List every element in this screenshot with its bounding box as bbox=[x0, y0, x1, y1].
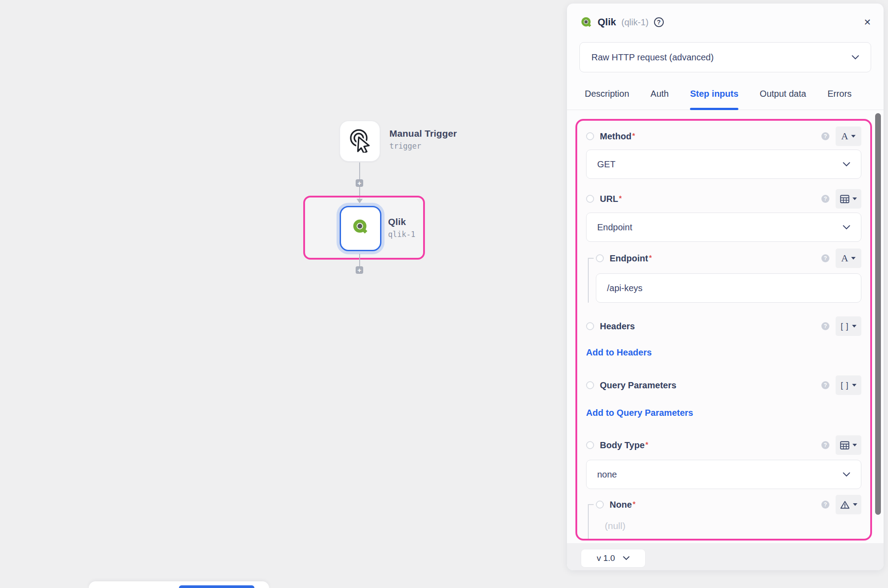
plus-icon: + bbox=[357, 180, 361, 186]
trigger-node[interactable] bbox=[340, 121, 380, 162]
field-toggle-circle-icon[interactable] bbox=[586, 132, 594, 140]
type-selector-table[interactable] bbox=[836, 189, 861, 209]
help-icon[interactable]: ? bbox=[821, 195, 829, 203]
endpoint-input-value: /api-keys bbox=[607, 283, 642, 293]
url-select[interactable]: Endpoint bbox=[586, 213, 861, 242]
chevron-down-icon bbox=[852, 55, 859, 60]
action-select[interactable]: Raw HTTP request (advanced) bbox=[579, 42, 871, 72]
field-url-label-row: URL* ? bbox=[577, 189, 870, 209]
field-method-label: Method bbox=[600, 131, 631, 142]
help-icon[interactable]: ? bbox=[654, 17, 664, 27]
field-toggle-circle-icon[interactable] bbox=[586, 381, 594, 389]
type-selector-array[interactable]: [ ] bbox=[836, 316, 861, 336]
help-icon[interactable]: ? bbox=[821, 381, 829, 389]
text-type-icon: A bbox=[841, 253, 848, 264]
type-selector-warning[interactable] bbox=[836, 495, 861, 514]
chevron-down-icon bbox=[843, 225, 850, 230]
tree-connector bbox=[588, 258, 594, 259]
step-config-panel: Qlik (qlik-1) ? ✕ Raw HTTP request (adva… bbox=[567, 4, 884, 570]
scrollbar-thumb[interactable] bbox=[875, 113, 881, 515]
field-toggle-circle-icon[interactable] bbox=[586, 195, 594, 203]
caret-down-icon bbox=[852, 197, 857, 200]
step-inputs-form: Method* ? A GET URL* ? bbox=[575, 119, 872, 541]
type-selector-text[interactable]: A bbox=[836, 249, 861, 268]
field-none-group: None* ? (null) bbox=[577, 495, 870, 533]
add-step-button-bottom[interactable]: + bbox=[356, 266, 363, 274]
field-headers-label-row: Headers ? [ ] bbox=[577, 316, 870, 336]
connector-line bbox=[359, 254, 360, 266]
trigger-node-title: Manual Trigger bbox=[389, 128, 457, 139]
caret-down-icon bbox=[853, 503, 857, 506]
panel-title: Qlik bbox=[598, 16, 616, 28]
tab-step-inputs[interactable]: Step inputs bbox=[690, 78, 738, 110]
body-type-select[interactable]: none bbox=[586, 460, 861, 489]
field-toggle-circle-icon[interactable] bbox=[596, 254, 604, 262]
chevron-down-icon bbox=[843, 472, 850, 477]
action-select-value: Raw HTTP request (advanced) bbox=[591, 52, 714, 63]
bottom-toolbar-partial bbox=[89, 581, 269, 588]
version-label: v 1.0 bbox=[597, 553, 615, 563]
add-to-query-params-link[interactable]: Add to Query Parameters bbox=[577, 407, 870, 418]
url-select-value: Endpoint bbox=[597, 222, 632, 233]
caret-down-icon bbox=[851, 135, 856, 138]
caret-down-icon bbox=[852, 325, 856, 328]
none-placeholder-value: (null) bbox=[605, 521, 870, 533]
method-select-value: GET bbox=[597, 159, 615, 170]
caret-down-icon bbox=[852, 384, 856, 387]
tree-connector bbox=[588, 258, 589, 303]
qlik-node[interactable] bbox=[340, 206, 381, 251]
text-type-icon: A bbox=[841, 130, 848, 142]
trigger-node-subtitle: trigger bbox=[389, 142, 457, 150]
endpoint-input[interactable]: /api-keys bbox=[596, 273, 861, 303]
tab-errors[interactable]: Errors bbox=[828, 78, 852, 110]
array-type-icon: [ ] bbox=[840, 381, 848, 390]
type-selector-text[interactable]: A bbox=[836, 126, 861, 146]
warning-type-icon bbox=[840, 501, 850, 509]
add-step-button-top[interactable]: + bbox=[356, 179, 363, 187]
tab-description[interactable]: Description bbox=[585, 78, 629, 110]
field-body-type-label: Body Type bbox=[600, 440, 645, 450]
table-type-icon bbox=[840, 195, 849, 203]
connector-line bbox=[359, 162, 360, 179]
body-type-select-value: none bbox=[597, 470, 617, 480]
help-icon[interactable]: ? bbox=[821, 501, 829, 509]
help-icon[interactable]: ? bbox=[821, 441, 829, 449]
qlik-node-labels: Qlik qlik-1 bbox=[388, 217, 415, 239]
field-query-params-label: Query Parameters bbox=[600, 380, 676, 391]
tree-connector bbox=[588, 505, 589, 539]
tree-connector bbox=[588, 504, 594, 505]
required-asterisk: * bbox=[646, 441, 648, 449]
tab-auth[interactable]: Auth bbox=[650, 78, 669, 110]
qlik-logo-small-icon bbox=[580, 16, 592, 28]
plus-icon: + bbox=[357, 267, 361, 273]
required-asterisk: * bbox=[619, 195, 622, 203]
type-selector-table[interactable] bbox=[836, 435, 861, 455]
qlik-node-subtitle: qlik-1 bbox=[388, 230, 415, 239]
field-toggle-circle-icon[interactable] bbox=[596, 501, 604, 509]
field-toggle-circle-icon[interactable] bbox=[586, 441, 594, 449]
method-select[interactable]: GET bbox=[586, 150, 861, 179]
field-none-label-row: None* ? bbox=[577, 495, 870, 514]
type-selector-array[interactable]: [ ] bbox=[836, 375, 861, 395]
tab-output-data[interactable]: Output data bbox=[760, 78, 806, 110]
field-endpoint-label-row: Endpoint* ? A bbox=[577, 249, 870, 268]
trigger-node-labels: Manual Trigger trigger bbox=[389, 128, 457, 150]
field-endpoint-label: Endpoint bbox=[610, 253, 648, 264]
bottom-primary-button-partial[interactable] bbox=[179, 585, 254, 588]
field-toggle-circle-icon[interactable] bbox=[586, 322, 594, 330]
panel-instance-label: (qlik-1) bbox=[622, 17, 649, 28]
panel-header: Qlik (qlik-1) ? ✕ bbox=[580, 12, 871, 32]
field-endpoint-group: Endpoint* ? A /api-keys bbox=[577, 249, 870, 303]
close-icon[interactable]: ✕ bbox=[864, 18, 871, 27]
field-method-label-row: Method* ? A bbox=[577, 126, 870, 146]
required-asterisk: * bbox=[632, 132, 635, 140]
help-icon[interactable]: ? bbox=[821, 132, 829, 140]
help-icon[interactable]: ? bbox=[821, 322, 829, 330]
field-query-params-label-row: Query Parameters ? [ ] bbox=[577, 375, 870, 395]
array-type-icon: [ ] bbox=[840, 322, 848, 331]
version-select[interactable]: v 1.0 bbox=[581, 549, 646, 568]
qlik-node-title: Qlik bbox=[388, 217, 415, 227]
add-to-headers-link[interactable]: Add to Headers bbox=[577, 347, 870, 358]
panel-footer: v 1.0 bbox=[567, 543, 884, 570]
help-icon[interactable]: ? bbox=[821, 254, 829, 262]
